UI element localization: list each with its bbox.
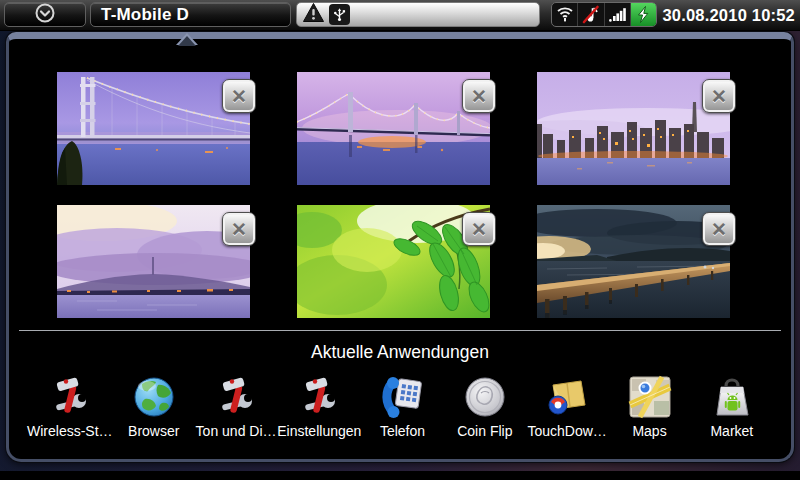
thumbnail-lake-pier[interactable]: ✕ [537,205,730,318]
settings-tools-icon [297,375,341,419]
app-coin-flip[interactable]: Coin Flip [444,375,526,439]
thumbnail-bay-bridge-tower[interactable]: ✕ [57,72,250,185]
app-touchdown[interactable]: TouchDow… [526,375,608,439]
coin-icon [463,375,507,419]
section-divider [19,330,781,331]
close-icon: ✕ [231,220,247,239]
clock-date-time: 30.08.2010 10:52 [662,0,795,30]
usb-icon [329,4,350,25]
close-icon: ✕ [471,220,487,239]
app-label: Ton und Di… [196,423,277,439]
close-task-button[interactable]: ✕ [462,79,496,113]
notification-area[interactable] [296,2,540,27]
close-task-button[interactable]: ✕ [222,212,256,246]
chevron-down-circle-icon [34,2,56,28]
close-icon: ✕ [711,87,727,106]
app-label: TouchDow… [527,423,606,439]
app-label: Wireless-St… [27,423,113,439]
thumbnail-green-leaves[interactable]: ✕ [297,205,490,318]
statusbar-dropdown-button[interactable] [4,2,86,27]
close-task-button[interactable]: ✕ [462,212,496,246]
phone-icon [380,375,424,419]
close-icon: ✕ [471,87,487,106]
settings-tools-icon [48,375,92,419]
thumbnail-foggy-hills[interactable]: ✕ [57,205,250,318]
app-label: Coin Flip [457,423,512,439]
recent-apps-row: Wireless-St… [27,375,773,439]
warning-icon [302,2,325,27]
touchdown-icon [545,375,589,419]
app-settings[interactable]: Einstellungen [277,375,361,439]
section-title: Aktuelle Anwendungen [9,342,791,363]
sound-off-icon [578,3,604,26]
globe-icon [132,375,176,419]
close-task-button[interactable]: ✕ [222,79,256,113]
market-bag-icon [710,375,754,419]
panel-notch-inner [178,36,196,46]
thumbnail-bay-bridge-span[interactable]: ✕ [297,72,490,185]
screen-bottom-bezel [0,471,800,480]
carrier-label-box: T-Mobile D [90,2,291,27]
wifi-icon [552,3,578,26]
close-icon: ✕ [231,87,247,106]
app-market[interactable]: Market [691,375,773,439]
app-label: Telefon [380,423,425,439]
settings-tools-icon [214,375,258,419]
system-icons-group [551,2,657,27]
app-label: Maps [632,423,666,439]
maps-icon [628,375,672,419]
signal-strength-icon [605,3,631,26]
app-sound-display-settings[interactable]: Ton und Di… [195,375,277,439]
app-wireless-settings[interactable]: Wireless-St… [27,375,113,439]
battery-charging-icon [631,3,656,26]
recent-apps-panel: ✕ [6,32,794,462]
app-phone[interactable]: Telefon [361,375,443,439]
close-task-button[interactable]: ✕ [702,79,736,113]
close-task-button[interactable]: ✕ [702,212,736,246]
close-icon: ✕ [711,220,727,239]
status-bar: T-Mobile D [0,0,800,31]
app-browser[interactable]: Browser [113,375,195,439]
app-maps[interactable]: Maps [608,375,690,439]
app-label: Einstellungen [277,423,361,439]
thumbnail-city-skyline[interactable]: ✕ [537,72,730,185]
app-label: Market [710,423,753,439]
app-label: Browser [128,423,179,439]
carrier-name: T-Mobile D [101,5,189,25]
